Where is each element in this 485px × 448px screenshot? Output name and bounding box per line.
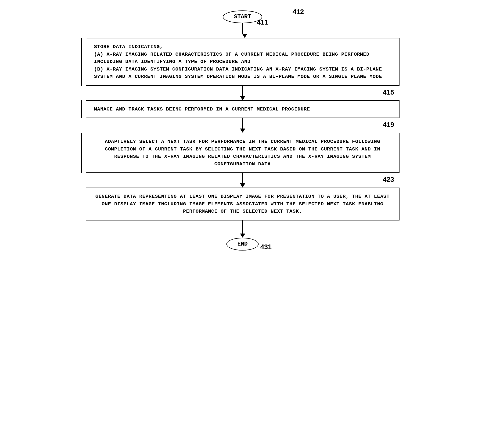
ref-431-label: 431 — [260, 243, 272, 251]
box-1: STORE DATA INDICATING, (A) X-RAY IMAGING… — [86, 38, 400, 86]
ref-419-label: 419 — [383, 121, 394, 129]
ref-423-label: 423 — [383, 176, 394, 184]
box-3: ADAPTIVELY SELECT A NEXT TASK FOR PERFOR… — [86, 133, 400, 173]
bracket-left-3 — [81, 133, 82, 173]
box1-line1: STORE DATA INDICATING, — [94, 44, 163, 50]
ref-412-label: 412 — [293, 8, 304, 16]
box-2: MANAGE AND TRACK TASKS BEING PERFORMED I… — [86, 100, 400, 118]
arrow-1-head — [242, 34, 247, 38]
arrow-5-line — [242, 220, 243, 234]
arrow-3-head — [240, 129, 245, 133]
box2-text: MANAGE AND TRACK TASKS BEING PERFORMED I… — [94, 106, 310, 112]
arrow-5-head — [240, 234, 245, 238]
ref-431-text: 431 — [260, 243, 272, 251]
arrow-1-line — [242, 23, 243, 34]
ref-415-text: 415 — [383, 88, 394, 96]
ref-419-text: 419 — [383, 121, 394, 129]
box3-text: ADAPTIVELY SELECT A NEXT TASK FOR PERFOR… — [105, 139, 380, 167]
arrow-3-line — [242, 118, 243, 129]
arrow-4-head — [240, 183, 245, 188]
arrow-4-line — [242, 173, 243, 183]
start-oval: START — [223, 10, 262, 23]
box4-text: GENERATE DATA REPRESENTING AT LEAST ONE … — [95, 194, 390, 214]
end-oval: END — [226, 238, 259, 251]
bracket-left-2 — [81, 100, 82, 118]
arrow-2-head — [240, 96, 245, 100]
end-label: END — [237, 241, 248, 247]
box1-line2: (A) X-RAY IMAGING RELATED CHARACTERISTIC… — [94, 51, 370, 65]
ref-412-text: 412 — [293, 8, 304, 16]
start-label: START — [234, 14, 251, 20]
ref-415-label: 415 — [383, 88, 394, 96]
bracket-left-1 — [81, 38, 82, 86]
box1-line3: (B) X-RAY IMAGING SYSTEM CONFIGURATION D… — [94, 66, 382, 80]
arrow-2-line — [242, 86, 243, 96]
flowchart: START 411 412 STORE DATA INDICATING, (A)… — [86, 10, 400, 251]
box-4: GENERATE DATA REPRESENTING AT LEAST ONE … — [86, 188, 400, 220]
ref-423-text: 423 — [383, 176, 394, 183]
